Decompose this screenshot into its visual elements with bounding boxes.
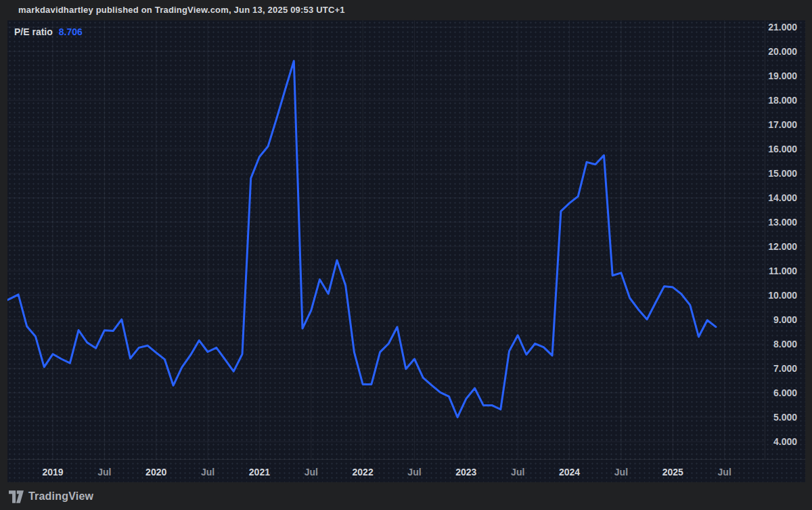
price-tick-label: 9.000 (773, 314, 797, 326)
chart-surface[interactable]: P/E ratio 8.706 21.00020.00019.00018.000… (7, 20, 805, 482)
header-attribution: markdavidhartley published on TradingVie… (18, 5, 345, 15)
price-tick-label: 5.000 (773, 411, 797, 423)
time-tick-label: 2021 (249, 465, 270, 479)
tradingview-snapshot: { "header": { "attribution": "markdavidh… (0, 0, 812, 510)
price-axis-separator (765, 20, 765, 459)
horizontal-gridlines (7, 27, 765, 442)
time-tick-label: Jul (407, 465, 421, 479)
time-tick-label: 2023 (455, 465, 476, 479)
price-tick-label: 4.000 (773, 435, 797, 448)
price-tick-label: 12.000 (768, 240, 797, 253)
time-tick-label: Jul (511, 465, 524, 479)
price-tick-label: 10.000 (768, 289, 797, 301)
time-tick-label: 2025 (662, 465, 683, 479)
time-tick-label: 2024 (559, 465, 580, 479)
tradingview-wordmark: TradingView (28, 490, 93, 503)
time-tick-label: 2022 (353, 465, 374, 479)
price-tick-label: 17.000 (768, 119, 797, 131)
series-last-value: 8.706 (59, 26, 83, 37)
price-tick-label: 8.000 (773, 338, 797, 350)
time-tick-label: 2019 (42, 465, 63, 479)
time-axis-separator (7, 459, 805, 460)
price-tick-label: 7.000 (773, 362, 797, 375)
chart-canvas[interactable] (7, 20, 805, 482)
price-tick-label: 19.000 (768, 70, 797, 82)
price-tick-label: 18.000 (768, 94, 797, 106)
legend: P/E ratio 8.706 (14, 26, 83, 37)
time-tick-label: 2020 (145, 465, 166, 479)
price-tick-label: 6.000 (773, 387, 797, 399)
series-title: P/E ratio (14, 26, 53, 37)
time-tick-label: Jul (201, 465, 215, 479)
price-tick-label: 14.000 (768, 192, 797, 204)
price-tick-label: 13.000 (768, 216, 797, 228)
time-tick-label: Jul (718, 465, 731, 479)
price-tick-label: 16.000 (768, 143, 797, 155)
time-tick-label: Jul (304, 465, 318, 479)
vertical-gridlines (53, 20, 725, 459)
time-tick-label: Jul (614, 465, 628, 479)
tradingview-logo[interactable]: TradingView (9, 489, 93, 504)
price-tick-label: 15.000 (768, 167, 797, 179)
price-tick-label: 11.000 (769, 265, 797, 277)
price-tick-label: 20.000 (768, 45, 797, 58)
pe-ratio-series-line[interactable] (7, 61, 716, 417)
time-tick-label: Jul (97, 465, 111, 479)
price-tick-label: 21.000 (768, 21, 797, 33)
tradingview-logo-icon (9, 490, 24, 503)
